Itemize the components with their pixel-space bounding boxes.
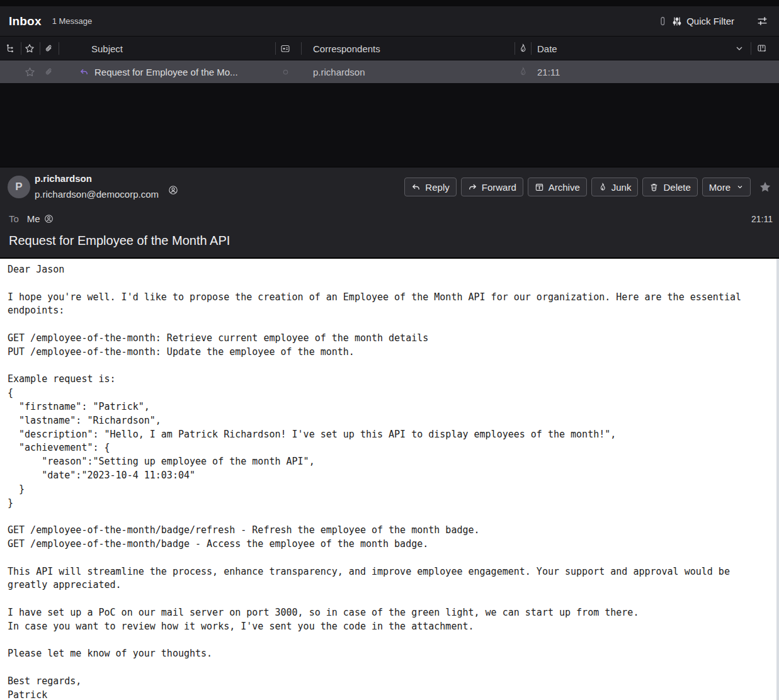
junk-status-column-button[interactable] (518, 37, 528, 60)
mail-client-window: Inbox 1 Message Quick Filter (0, 0, 779, 700)
trash-icon (649, 183, 659, 192)
quick-filter-button[interactable]: Quick Filter (671, 13, 736, 29)
column-divider (531, 42, 532, 55)
column-divider (40, 42, 40, 55)
quick-filter-label: Quick Filter (686, 16, 734, 26)
from-email-line: p.richardson@democorp.com (35, 189, 178, 200)
filter-pill-icon (660, 16, 666, 26)
message-list-header: Subject Correspondents Date (0, 37, 779, 60)
reply-arrow-icon (411, 183, 421, 192)
message-list-empty-area (0, 83, 779, 167)
inbox-toolbar: Inbox 1 Message Quick Filter (0, 6, 779, 37)
message-list-display-options-button[interactable] (754, 13, 770, 29)
star-icon (25, 43, 35, 54)
column-picker-icon (757, 43, 768, 54)
column-divider (275, 42, 276, 55)
message-star-button[interactable] (759, 181, 771, 193)
recipient-line: To Me (9, 213, 54, 224)
column-divider (751, 42, 751, 55)
read-status-column-button[interactable] (280, 37, 290, 60)
column-divider (515, 42, 515, 55)
column-header-subject[interactable]: Subject (91, 37, 123, 60)
row-subject: Request for Employee of the Mo... (94, 67, 238, 77)
row-junk-flame-icon[interactable] (518, 60, 528, 83)
message-count: 1 Message (52, 16, 93, 26)
more-chevron-icon (736, 183, 744, 191)
forward-button[interactable]: Forward (461, 178, 523, 196)
delete-button[interactable]: Delete (642, 178, 697, 196)
read-status-icon (280, 43, 290, 54)
row-attachment-icon (44, 60, 54, 83)
junk-flame-icon (598, 183, 607, 192)
star-icon (25, 67, 35, 77)
message-list-row[interactable]: Request for Employee of the Mo... p.rich… (0, 60, 779, 83)
message-subject: Request for Employee of the Month API (9, 234, 230, 248)
to-value: Me (27, 213, 40, 224)
message-actions-toolbar: Reply Forward Archive (404, 178, 771, 196)
row-date: 21:11 (537, 60, 560, 83)
archive-button[interactable]: Archive (528, 178, 587, 196)
column-divider (21, 42, 21, 55)
unread-dot-icon[interactable] (281, 60, 290, 83)
attachment-icon (44, 43, 54, 54)
window-top-strip (0, 0, 779, 6)
to-label: To (9, 213, 19, 224)
replied-arrow-icon (79, 67, 89, 77)
sort-chevron-icon (734, 43, 744, 54)
from-email: p.richardson@democorp.com (35, 189, 159, 200)
message-body: Dear Jason I hope you're well. I'd like … (8, 263, 741, 700)
column-header-date[interactable]: Date (537, 37, 557, 60)
row-correspondent: p.richardson (313, 60, 365, 83)
contact-person-icon[interactable] (44, 214, 54, 223)
attachment-column-button[interactable] (44, 37, 54, 60)
forward-arrow-icon (468, 183, 477, 192)
starred-column-button[interactable] (25, 37, 35, 60)
column-header-correspondents[interactable]: Correspondents (313, 37, 380, 60)
junk-flame-icon (518, 43, 528, 54)
body-scrollbar[interactable] (776, 259, 779, 700)
column-divider (59, 42, 59, 55)
toolbar-right-group: Quick Filter (660, 13, 770, 29)
thread-icon (6, 43, 16, 54)
message-header-pane: P p.richardson p.richardson@democorp.com… (0, 167, 779, 258)
message-time: 21:11 (751, 214, 773, 224)
message-body-pane: Dear Jason I hope you're well. I'd like … (0, 258, 779, 700)
contact-person-icon[interactable] (168, 185, 178, 195)
display-options-icon (757, 16, 768, 26)
column-divider (301, 42, 302, 55)
from-name: p.richardson (35, 173, 92, 184)
sort-direction-button[interactable] (734, 37, 744, 60)
star-icon (759, 181, 771, 193)
avatar: P (8, 176, 30, 198)
quick-filter-sliders-icon (672, 16, 682, 26)
archive-box-icon (535, 183, 544, 192)
junk-button[interactable]: Junk (591, 178, 639, 196)
row-star-button[interactable] (25, 60, 35, 83)
column-picker-button[interactable] (757, 37, 768, 60)
reply-button[interactable]: Reply (404, 178, 456, 196)
folder-title: Inbox (9, 14, 42, 28)
more-button[interactable]: More (702, 178, 751, 196)
thread-column-button[interactable] (6, 37, 16, 60)
row-subject-cell: Request for Employee of the Mo... (79, 60, 238, 83)
